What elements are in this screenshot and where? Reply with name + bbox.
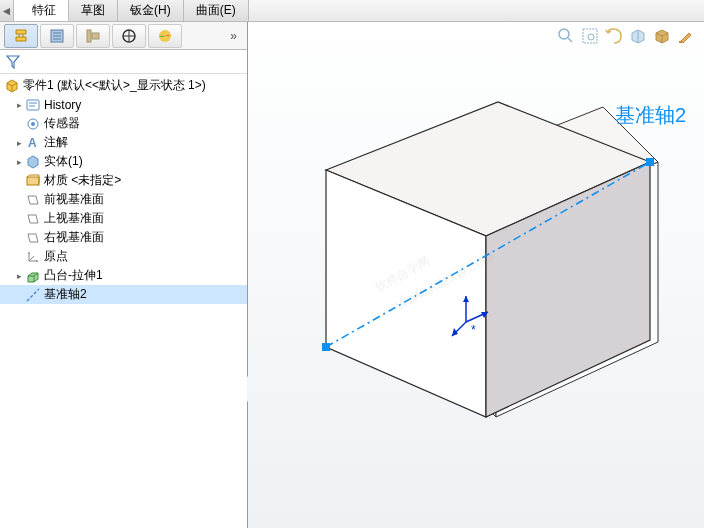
- tree-annotations-label: 注解: [44, 134, 68, 151]
- tree-top-plane-label: 上视基准面: [44, 210, 104, 227]
- history-icon: [25, 97, 41, 113]
- tree-root[interactable]: 零件1 (默认<<默认>_显示状态 1>): [0, 76, 247, 95]
- svg-text:A: A: [28, 136, 37, 150]
- feature-tree: 零件1 (默认<<默认>_显示状态 1>) ▸ History 传感器 ▸ A …: [0, 74, 247, 528]
- plane-icon: [25, 211, 41, 227]
- tree-history[interactable]: ▸ History: [0, 95, 247, 114]
- command-manager-tabs: ◄ 特征 草图 钣金(H) 曲面(E): [0, 0, 704, 22]
- tree-front-plane[interactable]: 前视基准面: [0, 190, 247, 209]
- render-icon: [157, 28, 173, 44]
- tree-annotations[interactable]: ▸ A 注解: [0, 133, 247, 152]
- axis-icon: [25, 287, 41, 303]
- graphics-viewport[interactable]: * 软件自学网 WWW.RJZXW.COM 基准轴2: [248, 22, 704, 528]
- tabs-scroll-left[interactable]: ◄: [0, 0, 14, 21]
- expander-icon[interactable]: ▸: [14, 138, 24, 148]
- expander-spacer: [14, 252, 24, 262]
- expander-spacer: [14, 214, 24, 224]
- tree-sensors-label: 传感器: [44, 115, 80, 132]
- tab-surface[interactable]: 曲面(E): [184, 0, 249, 21]
- tree-bodies-label: 实体(1): [44, 153, 83, 170]
- dimxpert-manager-tab[interactable]: [112, 24, 146, 48]
- tab-feature[interactable]: 特征: [14, 0, 69, 21]
- tree-extrude[interactable]: ▸ 凸台-拉伸1: [0, 266, 247, 285]
- manager-overflow[interactable]: »: [224, 29, 243, 43]
- svg-rect-1: [87, 30, 91, 42]
- plane-icon: [25, 192, 41, 208]
- svg-rect-16: [646, 158, 654, 166]
- part-icon: [4, 78, 20, 94]
- expander-icon[interactable]: ▸: [14, 271, 24, 281]
- solid-body-icon: [25, 154, 41, 170]
- funnel-icon[interactable]: [6, 55, 20, 69]
- config-icon: [85, 28, 101, 44]
- tree-sensors[interactable]: 传感器: [0, 114, 247, 133]
- tree-top-plane[interactable]: 上视基准面: [0, 209, 247, 228]
- tree-history-label: History: [44, 98, 81, 112]
- svg-rect-2: [92, 33, 99, 39]
- tab-sketch[interactable]: 草图: [69, 0, 118, 21]
- annotations-icon: A: [25, 135, 41, 151]
- sensor-icon: [25, 116, 41, 132]
- svg-rect-9: [27, 177, 39, 185]
- expander-icon[interactable]: ▸: [14, 100, 24, 110]
- tab-sheetmetal-label: 钣金(H): [130, 2, 171, 19]
- expander-icon[interactable]: ▸: [14, 157, 24, 167]
- svg-point-7: [31, 122, 35, 126]
- render-manager-tab[interactable]: [148, 24, 182, 48]
- dimxpert-icon: [121, 28, 137, 44]
- tree-front-plane-label: 前视基准面: [44, 191, 104, 208]
- expander-spacer: [14, 233, 24, 243]
- tab-feature-label: 特征: [32, 2, 56, 19]
- property-icon: [49, 28, 65, 44]
- feature-tree-icon: [13, 28, 29, 44]
- tab-sketch-label: 草图: [81, 2, 105, 19]
- property-manager-tab[interactable]: [40, 24, 74, 48]
- tree-origin-label: 原点: [44, 248, 68, 265]
- svg-text:*: *: [471, 323, 476, 337]
- svg-rect-5: [27, 100, 39, 110]
- tree-axis2-label: 基准轴2: [44, 286, 87, 303]
- expander-spacer: [14, 119, 24, 129]
- tree-axis2[interactable]: 基准轴2: [0, 285, 247, 304]
- feature-manager-panel: » 零件1 (默认<<默认>_显示状态 1>) ▸ History 传感器 ▸: [0, 22, 248, 528]
- tab-sheetmetal[interactable]: 钣金(H): [118, 0, 184, 21]
- tree-right-plane-label: 右视基准面: [44, 229, 104, 246]
- plane-icon: [25, 230, 41, 246]
- tree-extrude-label: 凸台-拉伸1: [44, 267, 103, 284]
- axis-annotation[interactable]: 基准轴2: [615, 102, 686, 129]
- feature-manager-tab[interactable]: [4, 24, 38, 48]
- material-icon: [25, 173, 41, 189]
- configuration-manager-tab[interactable]: [76, 24, 110, 48]
- svg-rect-15: [322, 343, 330, 351]
- extrude-icon: [25, 268, 41, 284]
- expander-spacer: [14, 176, 24, 186]
- tree-bodies[interactable]: ▸ 实体(1): [0, 152, 247, 171]
- tree-filter-row: [0, 50, 247, 74]
- tree-right-plane[interactable]: 右视基准面: [0, 228, 247, 247]
- expander-spacer: [14, 195, 24, 205]
- tree-material-label: 材质 <未指定>: [44, 172, 121, 189]
- tree-material[interactable]: 材质 <未指定>: [0, 171, 247, 190]
- origin-icon: [25, 249, 41, 265]
- tree-origin[interactable]: 原点: [0, 247, 247, 266]
- tree-root-label: 零件1 (默认<<默认>_显示状态 1>): [23, 77, 206, 94]
- cube-model[interactable]: * 软件自学网 WWW.RJZXW.COM: [248, 22, 704, 528]
- tab-surface-label: 曲面(E): [196, 2, 236, 19]
- manager-tab-strip: »: [0, 22, 247, 50]
- expander-spacer: [14, 290, 24, 300]
